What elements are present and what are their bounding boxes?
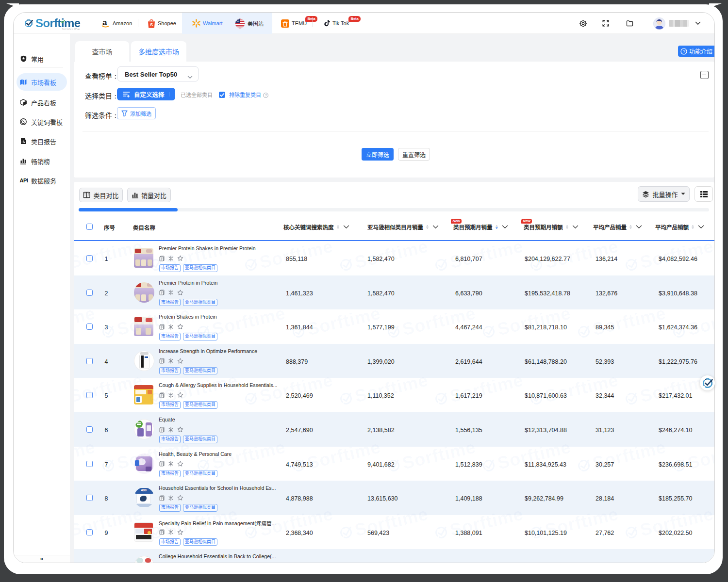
svg-text:a: a: [102, 18, 107, 27]
svg-text:?: ?: [683, 48, 685, 54]
svg-text:S: S: [150, 22, 153, 27]
svg-text:?: ?: [265, 93, 267, 97]
